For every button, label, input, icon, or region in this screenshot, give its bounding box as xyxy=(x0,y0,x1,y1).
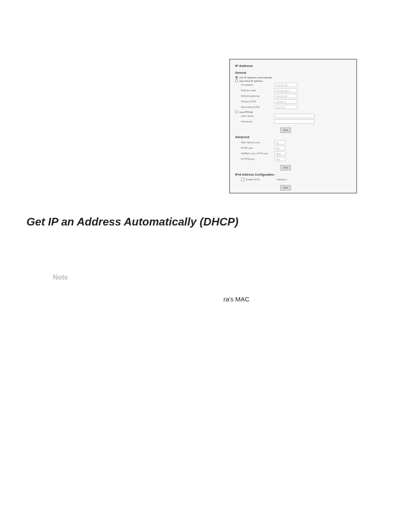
default-gateway-input[interactable]: 10.6.30.254 xyxy=(274,94,297,98)
save-button-ipv6[interactable]: Save xyxy=(280,185,291,191)
subnet-mask-input[interactable]: 255.255.255.0 xyxy=(274,88,297,93)
page-heading: Get IP an Address Automatically (DHCP) xyxy=(26,215,381,228)
radio-icon xyxy=(235,79,238,82)
https-port-input[interactable]: 443 xyxy=(274,157,285,161)
secondary-dns-label: Secondary DNS xyxy=(241,106,274,108)
ip-address-label: IP address xyxy=(241,84,274,86)
primary-dns-label: Primary DNS xyxy=(241,100,274,103)
note-label: Note xyxy=(53,274,381,281)
https-port-label: HTTPS port xyxy=(241,158,274,160)
pppoe-pass-input[interactable] xyxy=(274,119,314,124)
rtsp-port-input[interactable]: 554 xyxy=(274,146,285,150)
note-text-hidden: We strongly recommend you enter your net… xyxy=(53,286,371,303)
secondary-dns-input[interactable]: 10.0.0.10 xyxy=(274,105,297,109)
pppoe-user-input[interactable] xyxy=(274,114,314,118)
mjpeg-port-input[interactable]: 8008 xyxy=(274,151,285,156)
checkbox-enable-ipv6[interactable] xyxy=(241,178,244,181)
radio-icon xyxy=(235,76,238,79)
web-port-input[interactable]: 80 xyxy=(274,140,285,145)
radio-auto-ip[interactable]: Get IP address automatically xyxy=(235,76,351,79)
note-text-visible: ra's MAC xyxy=(224,295,250,303)
section-advanced: Advanced xyxy=(235,136,351,139)
section-ipv6: IPv6 Address Configuration xyxy=(235,173,351,176)
radio-label: Get IP address automatically xyxy=(239,76,272,79)
ip-address-input[interactable]: 10.6.30.198 xyxy=(274,83,297,87)
radio-pppoe[interactable]: Use PPPoE xyxy=(235,110,351,113)
panel-title: IP Address xyxy=(235,64,351,68)
radio-icon xyxy=(235,110,238,113)
enable-ipv6-label: Enable IPv6 xyxy=(246,178,277,181)
primary-dns-input[interactable]: 168.95.1.1 xyxy=(274,99,297,104)
radio-label: Use fixed IP address xyxy=(239,80,263,82)
radio-fixed-ip[interactable]: Use fixed IP address xyxy=(235,79,351,82)
pppoe-pass-label: Password xyxy=(241,120,274,123)
rtsp-port-label: RTSP port xyxy=(241,147,274,149)
save-button-general[interactable]: Save xyxy=(280,127,291,133)
note-paragraph-2: you will always be directed to the corre… xyxy=(53,315,377,324)
paragraph-intro: Select this option to obtain an availabl… xyxy=(53,244,377,262)
note-paragraph-1: We strongly recommend you enter your net… xyxy=(53,286,377,304)
document-body: Get IP an Address Automatically (DHCP) S… xyxy=(26,215,381,336)
web-port-label: Web Server port xyxy=(241,141,274,144)
ip-address-settings-panel: IP Address General Get IP address automa… xyxy=(229,59,357,194)
default-gateway-label: Default gateway xyxy=(241,95,274,97)
radio-label: Use PPPoE xyxy=(239,111,253,113)
subnet-mask-label: Subnet mask xyxy=(241,89,274,92)
ipv6-address-label: Address : xyxy=(277,178,288,181)
pppoe-user-label: User name xyxy=(241,115,274,117)
section-general: General xyxy=(235,71,351,74)
mjpeg-port-label: MJPEG over HTTP port xyxy=(241,152,274,155)
save-button-advanced[interactable]: Save xyxy=(280,165,291,171)
